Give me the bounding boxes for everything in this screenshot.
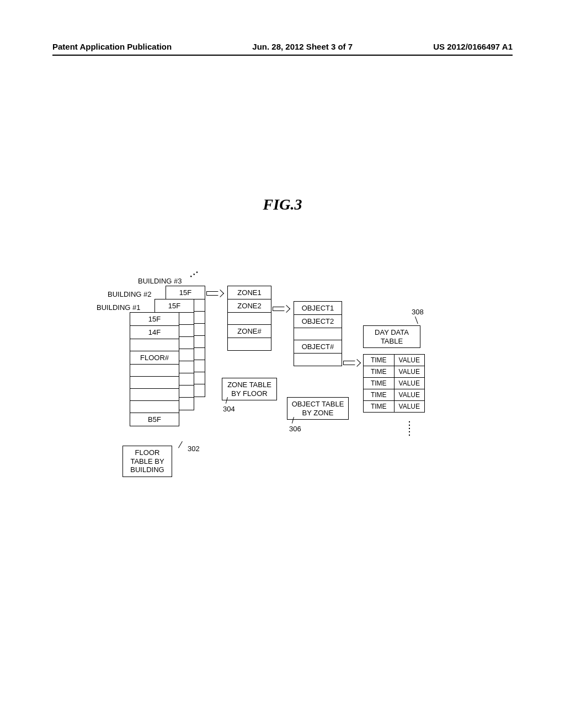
floor-table-caption: FLOOR TABLE BY BUILDING [122,446,172,477]
table-row: 15F [130,313,179,326]
day-data-table: TIME VALUE TIME VALUE TIME VALUE TIME VA… [363,354,425,413]
ref-308: 308 [412,308,424,316]
table-row: OBJECT2 [294,315,342,328]
table-cell: VALUE [395,355,425,366]
object-table-caption: OBJECT TABLE BY ZONE [287,397,349,420]
label-building-1: BUILDING #1 [97,303,140,312]
page-header: Patent Application Publication Jun. 28, … [0,42,565,56]
figure-title: FIG.3 [0,196,565,213]
table-cell: VALUE [395,389,425,400]
table-cell: TIME [364,389,395,400]
table-cell: TIME [364,355,395,366]
table-row: 14F [130,326,179,339]
table-row: B5F [130,413,179,426]
ref-302: 302 [188,445,200,453]
table-row: TIME VALUE [364,401,424,412]
table-row: TIME VALUE [364,389,424,401]
table-row [130,377,179,389]
table-cell: VALUE [395,366,425,377]
header-left: Patent Application Publication [52,42,172,51]
zone-table-caption: ZONE TABLE BY FLOOR [222,378,277,400]
table-cell: TIME [364,366,395,377]
table-row: OBJECT1 [294,302,342,315]
table-row: TIME VALUE [364,355,424,366]
ellipsis-diagonal-icon: ··· [188,267,202,281]
ref-306: 306 [289,425,301,433]
table-row [130,401,179,413]
day-table-caption: DAY DATA TABLE [363,325,420,348]
object-table: OBJECT1 OBJECT2 OBJECT# [294,301,342,366]
zone-table: ZONE1 ZONE2 ZONE# [227,286,271,351]
leader-line [178,441,183,448]
table-row: TIME VALUE [364,378,424,389]
table-cell: VALUE [395,378,425,389]
table-row: 15F [155,299,194,313]
floor-table: 15F 14F FLOOR# B5F [130,312,179,426]
table-row [294,328,342,340]
leader-line [415,317,418,324]
table-row [228,338,271,350]
table-row: FLOOR# [130,351,179,365]
ellipsis-vertical-icon: ····· [408,420,411,437]
header-rule [52,55,513,56]
label-building-2: BUILDING #2 [108,290,151,298]
label-building-3: BUILDING #3 [138,277,182,285]
ref-304: 304 [223,405,235,413]
table-row: ZONE# [228,325,271,338]
table-row: ZONE2 [228,299,271,313]
header-right: US 2012/0166497 A1 [433,42,513,51]
table-row: TIME VALUE [364,366,424,378]
table-row [130,389,179,401]
table-row: 15F [166,286,205,299]
table-row [130,339,179,351]
table-cell: TIME [364,401,395,412]
table-row: ZONE1 [228,286,271,299]
table-cell: VALUE [395,401,425,412]
table-cell: TIME [364,378,395,389]
table-row: OBJECT# [294,340,342,354]
table-row [130,365,179,377]
diagram: BUILDING #1 BUILDING #2 BUILDING #3 ··· … [99,270,475,502]
table-row [228,313,271,325]
table-row [294,354,342,366]
header-center: Jun. 28, 2012 Sheet 3 of 7 [252,42,353,51]
